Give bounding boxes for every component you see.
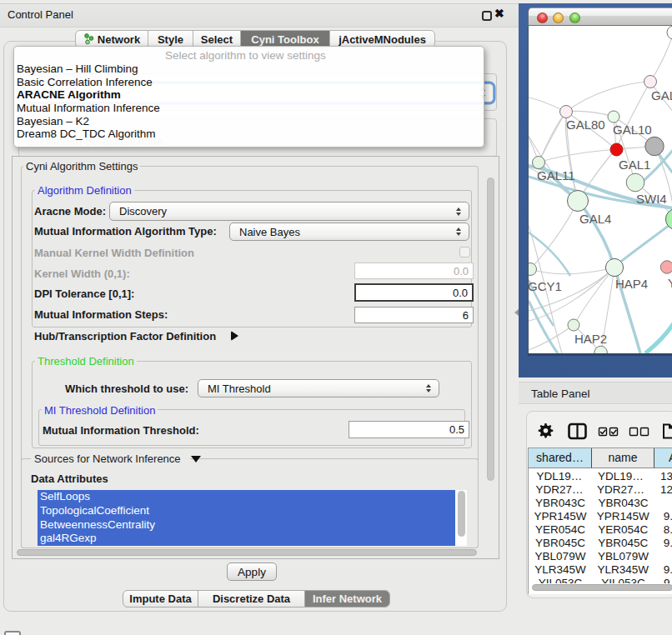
- svg-text:GAL2: GAL2: [651, 88, 672, 102]
- svg-text:HAP4: HAP4: [615, 277, 648, 291]
- svg-text:GAL10: GAL10: [613, 122, 652, 137]
- svg-text:HAP2: HAP2: [574, 332, 607, 346]
- svg-text:GAL4: GAL4: [579, 212, 611, 226]
- svg-text:GCY1: GCY1: [529, 279, 562, 293]
- svg-text:Y: Y: [668, 276, 672, 290]
- svg-text:SWI4: SWI4: [636, 192, 667, 206]
- svg-text:GAL80: GAL80: [566, 118, 605, 132]
- svg-text:GAL11: GAL11: [537, 168, 575, 182]
- svg-text:GAL1: GAL1: [619, 158, 650, 172]
